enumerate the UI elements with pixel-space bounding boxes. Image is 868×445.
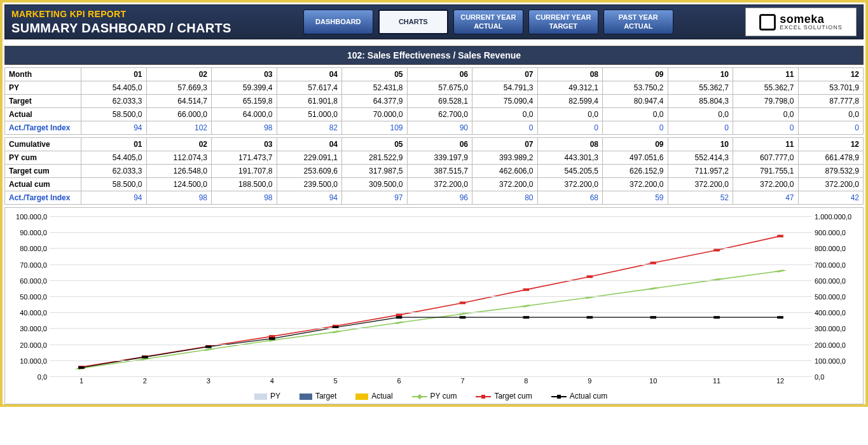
cell: 42 [798,191,864,205]
table-row: PY54.405,057.669,359.399,457.617,452.431… [5,81,864,95]
table-col-header: 04 [277,138,342,151]
table-row-header: Month [5,68,81,81]
ytick-right: 0,0 [815,373,824,381]
cell: 64.514,7 [146,95,212,108]
table-row: Target62.033,364.514,765.159,861.901,864… [5,95,864,108]
nav-cy-actual[interactable]: CURRENT YEAR ACTUAL [453,10,523,34]
xtick: 7 [460,377,464,385]
cell: 239.500,0 [277,178,342,191]
cell: 791.755,1 [733,165,799,178]
cell: 49.312,1 [537,81,603,95]
ytick-right: 200.000,0 [815,341,846,349]
section-title: 102: Sales Effectiveness / Sales Revenue [4,46,864,65]
cell: 69.528,1 [407,95,472,108]
svg-rect-15 [269,335,275,338]
cell: 59 [603,191,668,205]
table-col-header: 08 [537,138,603,151]
ytick-right: 300.000,0 [815,325,846,332]
legend-item: Target [300,392,336,400]
table-row-header: Cumulative [5,138,81,151]
table-row: Actual58.500,066.000,064.000,051.000,070… [5,108,864,121]
svg-rect-34 [713,316,720,318]
xtick: 6 [397,377,401,385]
cell: 98 [212,121,277,135]
table-col-header: 05 [342,68,408,81]
legend-item: Target cum [476,392,532,400]
cell: 126.548,0 [146,165,212,178]
cell: 372.200,0 [668,178,733,191]
ytick-left: 40.000,0 [20,309,47,317]
cell: 229.091,1 [277,151,342,165]
table-row: PY cum54.405,0112.074,3171.473,7229.091,… [5,151,864,165]
cell: 47 [733,191,799,205]
cell: 317.987,5 [342,165,408,178]
row-label: Actual cum [5,178,81,191]
row-label: Act./Target Index [5,191,81,205]
cell: 112.074,3 [146,151,212,165]
ytick-right: 500.000,0 [815,293,846,301]
ytick-left: 50.000,0 [20,293,47,301]
cell: 191.707,8 [212,165,277,178]
cell: 462.606,0 [472,165,538,178]
svg-rect-25 [142,356,148,359]
table-col-header: 02 [146,138,212,151]
cell: 51.000,0 [277,108,342,121]
x-axis: 123456789101112 [50,377,812,390]
cell: 607.777,0 [733,151,799,165]
svg-rect-26 [205,345,212,348]
nav-dashboard[interactable]: DASHBOARD [303,10,373,34]
table-col-header: 08 [537,68,603,81]
cell: 0,0 [733,108,799,121]
ytick-left: 80.000,0 [20,245,47,252]
cell: 626.152,9 [603,165,668,178]
row-label: Act./Target Index [5,121,81,135]
cell: 79.798,0 [733,95,799,108]
cell: 309.500,0 [342,178,408,191]
cell: 497.051,6 [603,151,668,165]
line-PY-cum [81,271,780,368]
table-col-header: 01 [81,68,147,81]
row-label: PY cum [5,151,81,165]
legend-item: PY cum [412,392,457,400]
xtick: 9 [588,377,591,385]
cell: 62.033,3 [81,95,147,108]
ytick-left: 0,0 [38,373,47,381]
cell: 372.200,0 [733,178,799,191]
monthly-table: Month010203040506070809101112 PY54.405,0… [4,67,864,135]
cell: 57.617,4 [277,81,342,95]
svg-rect-30 [460,316,466,318]
cell: 54.405,0 [81,81,147,95]
cell: 545.205,5 [537,165,603,178]
svg-rect-29 [396,316,403,318]
xtick: 12 [776,377,784,385]
nav-charts[interactable]: CHARTS [378,10,448,34]
cell: 59.399,4 [212,81,277,95]
cell: 339.197,9 [407,151,472,165]
nav-cy-target[interactable]: CURRENT YEAR TARGET [528,10,598,34]
nav-py-actual[interactable]: PAST YEAR ACTUAL [603,10,673,34]
cell: 57.675,0 [407,81,472,95]
cell: 879.532,9 [798,165,864,178]
ytick-left: 70.000,0 [20,261,47,269]
svg-rect-23 [777,235,783,237]
cell: 102 [146,121,212,135]
cell: 64.377,9 [342,95,408,108]
cell: 52.431,8 [342,81,408,95]
cell: 124.500,0 [146,178,212,191]
cell: 53.701,9 [798,81,864,95]
table-col-header: 06 [407,138,472,151]
table-col-header: 11 [733,68,799,81]
cell: 387.515,7 [407,165,472,178]
ytick-right: 1.000.000,0 [815,213,851,221]
cell: 98 [146,191,212,205]
cell: 171.473,7 [212,151,277,165]
table-row: Actual cum58.500,0124.500,0188.500,0239.… [5,178,864,191]
ytick-right: 400.000,0 [815,309,846,317]
ytick-left: 30.000,0 [20,325,47,332]
table-row: Act./Target Index94102988210990000000 [5,121,864,135]
xtick: 4 [270,377,274,385]
xtick: 2 [143,377,147,385]
table-col-header: 10 [668,138,733,151]
ytick-right: 900.000,0 [815,229,846,236]
cell: 0 [603,121,668,135]
